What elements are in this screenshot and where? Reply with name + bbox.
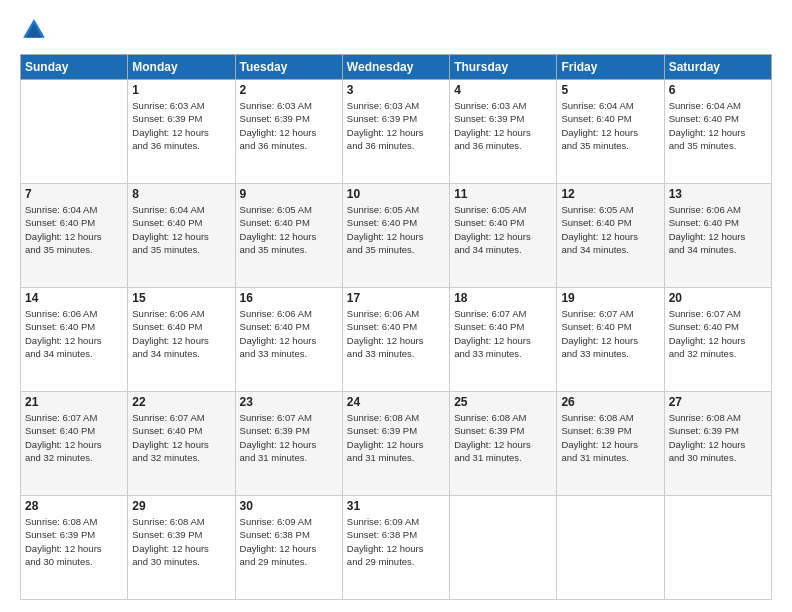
day-header-tuesday: Tuesday <box>235 55 342 80</box>
cell-content: Sunrise: 6:05 AMSunset: 6:40 PMDaylight:… <box>347 203 445 256</box>
day-number: 22 <box>132 395 230 409</box>
calendar-cell: 27Sunrise: 6:08 AMSunset: 6:39 PMDayligh… <box>664 392 771 496</box>
calendar-cell: 14Sunrise: 6:06 AMSunset: 6:40 PMDayligh… <box>21 288 128 392</box>
day-number: 6 <box>669 83 767 97</box>
days-header-row: SundayMondayTuesdayWednesdayThursdayFrid… <box>21 55 772 80</box>
day-number: 19 <box>561 291 659 305</box>
cell-content: Sunrise: 6:04 AMSunset: 6:40 PMDaylight:… <box>132 203 230 256</box>
calendar-cell: 15Sunrise: 6:06 AMSunset: 6:40 PMDayligh… <box>128 288 235 392</box>
cell-content: Sunrise: 6:03 AMSunset: 6:39 PMDaylight:… <box>240 99 338 152</box>
day-number: 24 <box>347 395 445 409</box>
calendar-cell: 25Sunrise: 6:08 AMSunset: 6:39 PMDayligh… <box>450 392 557 496</box>
calendar: SundayMondayTuesdayWednesdayThursdayFrid… <box>20 54 772 600</box>
cell-content: Sunrise: 6:05 AMSunset: 6:40 PMDaylight:… <box>240 203 338 256</box>
calendar-cell: 30Sunrise: 6:09 AMSunset: 6:38 PMDayligh… <box>235 496 342 600</box>
cell-content: Sunrise: 6:07 AMSunset: 6:40 PMDaylight:… <box>561 307 659 360</box>
day-header-friday: Friday <box>557 55 664 80</box>
day-number: 8 <box>132 187 230 201</box>
day-number: 27 <box>669 395 767 409</box>
week-row-5: 28Sunrise: 6:08 AMSunset: 6:39 PMDayligh… <box>21 496 772 600</box>
cell-content: Sunrise: 6:07 AMSunset: 6:40 PMDaylight:… <box>25 411 123 464</box>
calendar-cell: 3Sunrise: 6:03 AMSunset: 6:39 PMDaylight… <box>342 80 449 184</box>
calendar-cell: 17Sunrise: 6:06 AMSunset: 6:40 PMDayligh… <box>342 288 449 392</box>
day-number: 17 <box>347 291 445 305</box>
day-number: 7 <box>25 187 123 201</box>
calendar-cell: 23Sunrise: 6:07 AMSunset: 6:39 PMDayligh… <box>235 392 342 496</box>
calendar-cell: 8Sunrise: 6:04 AMSunset: 6:40 PMDaylight… <box>128 184 235 288</box>
day-number: 11 <box>454 187 552 201</box>
week-row-2: 7Sunrise: 6:04 AMSunset: 6:40 PMDaylight… <box>21 184 772 288</box>
calendar-cell <box>557 496 664 600</box>
day-header-sunday: Sunday <box>21 55 128 80</box>
calendar-cell: 2Sunrise: 6:03 AMSunset: 6:39 PMDaylight… <box>235 80 342 184</box>
calendar-cell: 20Sunrise: 6:07 AMSunset: 6:40 PMDayligh… <box>664 288 771 392</box>
calendar-cell: 10Sunrise: 6:05 AMSunset: 6:40 PMDayligh… <box>342 184 449 288</box>
calendar-cell: 11Sunrise: 6:05 AMSunset: 6:40 PMDayligh… <box>450 184 557 288</box>
day-number: 5 <box>561 83 659 97</box>
calendar-cell <box>21 80 128 184</box>
cell-content: Sunrise: 6:04 AMSunset: 6:40 PMDaylight:… <box>669 99 767 152</box>
cell-content: Sunrise: 6:03 AMSunset: 6:39 PMDaylight:… <box>347 99 445 152</box>
cell-content: Sunrise: 6:04 AMSunset: 6:40 PMDaylight:… <box>561 99 659 152</box>
cell-content: Sunrise: 6:06 AMSunset: 6:40 PMDaylight:… <box>669 203 767 256</box>
day-number: 21 <box>25 395 123 409</box>
cell-content: Sunrise: 6:07 AMSunset: 6:40 PMDaylight:… <box>132 411 230 464</box>
cell-content: Sunrise: 6:08 AMSunset: 6:39 PMDaylight:… <box>347 411 445 464</box>
day-number: 1 <box>132 83 230 97</box>
day-number: 31 <box>347 499 445 513</box>
cell-content: Sunrise: 6:05 AMSunset: 6:40 PMDaylight:… <box>561 203 659 256</box>
calendar-cell <box>664 496 771 600</box>
day-number: 16 <box>240 291 338 305</box>
logo <box>20 16 52 44</box>
day-number: 30 <box>240 499 338 513</box>
calendar-body: 1Sunrise: 6:03 AMSunset: 6:39 PMDaylight… <box>21 80 772 600</box>
calendar-cell: 13Sunrise: 6:06 AMSunset: 6:40 PMDayligh… <box>664 184 771 288</box>
day-number: 18 <box>454 291 552 305</box>
day-header-wednesday: Wednesday <box>342 55 449 80</box>
day-number: 13 <box>669 187 767 201</box>
day-header-monday: Monday <box>128 55 235 80</box>
calendar-cell: 12Sunrise: 6:05 AMSunset: 6:40 PMDayligh… <box>557 184 664 288</box>
cell-content: Sunrise: 6:09 AMSunset: 6:38 PMDaylight:… <box>240 515 338 568</box>
cell-content: Sunrise: 6:08 AMSunset: 6:39 PMDaylight:… <box>132 515 230 568</box>
day-number: 4 <box>454 83 552 97</box>
calendar-cell: 9Sunrise: 6:05 AMSunset: 6:40 PMDaylight… <box>235 184 342 288</box>
day-number: 14 <box>25 291 123 305</box>
cell-content: Sunrise: 6:04 AMSunset: 6:40 PMDaylight:… <box>25 203 123 256</box>
calendar-cell: 26Sunrise: 6:08 AMSunset: 6:39 PMDayligh… <box>557 392 664 496</box>
calendar-cell: 29Sunrise: 6:08 AMSunset: 6:39 PMDayligh… <box>128 496 235 600</box>
cell-content: Sunrise: 6:08 AMSunset: 6:39 PMDaylight:… <box>669 411 767 464</box>
cell-content: Sunrise: 6:07 AMSunset: 6:39 PMDaylight:… <box>240 411 338 464</box>
calendar-cell: 21Sunrise: 6:07 AMSunset: 6:40 PMDayligh… <box>21 392 128 496</box>
calendar-cell: 19Sunrise: 6:07 AMSunset: 6:40 PMDayligh… <box>557 288 664 392</box>
day-header-saturday: Saturday <box>664 55 771 80</box>
day-number: 9 <box>240 187 338 201</box>
calendar-cell: 7Sunrise: 6:04 AMSunset: 6:40 PMDaylight… <box>21 184 128 288</box>
calendar-cell: 28Sunrise: 6:08 AMSunset: 6:39 PMDayligh… <box>21 496 128 600</box>
week-row-3: 14Sunrise: 6:06 AMSunset: 6:40 PMDayligh… <box>21 288 772 392</box>
calendar-cell: 6Sunrise: 6:04 AMSunset: 6:40 PMDaylight… <box>664 80 771 184</box>
cell-content: Sunrise: 6:08 AMSunset: 6:39 PMDaylight:… <box>25 515 123 568</box>
page: SundayMondayTuesdayWednesdayThursdayFrid… <box>0 0 792 612</box>
week-row-1: 1Sunrise: 6:03 AMSunset: 6:39 PMDaylight… <box>21 80 772 184</box>
cell-content: Sunrise: 6:08 AMSunset: 6:39 PMDaylight:… <box>561 411 659 464</box>
day-number: 28 <box>25 499 123 513</box>
cell-content: Sunrise: 6:06 AMSunset: 6:40 PMDaylight:… <box>240 307 338 360</box>
cell-content: Sunrise: 6:07 AMSunset: 6:40 PMDaylight:… <box>669 307 767 360</box>
day-number: 23 <box>240 395 338 409</box>
calendar-cell <box>450 496 557 600</box>
day-number: 26 <box>561 395 659 409</box>
calendar-cell: 31Sunrise: 6:09 AMSunset: 6:38 PMDayligh… <box>342 496 449 600</box>
cell-content: Sunrise: 6:09 AMSunset: 6:38 PMDaylight:… <box>347 515 445 568</box>
cell-content: Sunrise: 6:05 AMSunset: 6:40 PMDaylight:… <box>454 203 552 256</box>
day-number: 15 <box>132 291 230 305</box>
cell-content: Sunrise: 6:06 AMSunset: 6:40 PMDaylight:… <box>132 307 230 360</box>
calendar-cell: 24Sunrise: 6:08 AMSunset: 6:39 PMDayligh… <box>342 392 449 496</box>
calendar-cell: 1Sunrise: 6:03 AMSunset: 6:39 PMDaylight… <box>128 80 235 184</box>
calendar-cell: 22Sunrise: 6:07 AMSunset: 6:40 PMDayligh… <box>128 392 235 496</box>
logo-icon <box>20 16 48 44</box>
cell-content: Sunrise: 6:08 AMSunset: 6:39 PMDaylight:… <box>454 411 552 464</box>
cell-content: Sunrise: 6:07 AMSunset: 6:40 PMDaylight:… <box>454 307 552 360</box>
calendar-cell: 16Sunrise: 6:06 AMSunset: 6:40 PMDayligh… <box>235 288 342 392</box>
cell-content: Sunrise: 6:06 AMSunset: 6:40 PMDaylight:… <box>25 307 123 360</box>
